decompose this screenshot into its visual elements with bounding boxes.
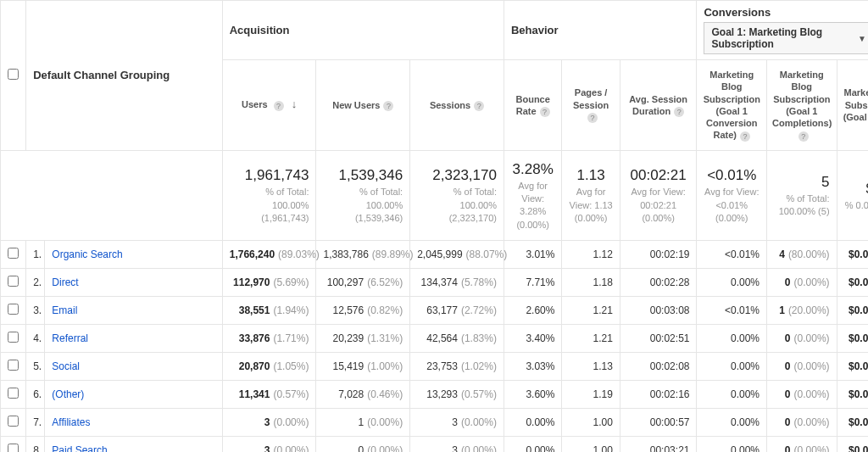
col-sessions[interactable]: Sessions? — [410, 60, 504, 151]
cell-users: 11,341(0.57%) — [222, 381, 316, 409]
cell-new-users: 7,028(0.46%) — [316, 381, 410, 409]
row-checkbox-cell — [1, 269, 26, 297]
channel-link[interactable]: (Other) — [52, 388, 84, 400]
dimension-label: Default Channel Grouping — [33, 69, 170, 81]
summary-sessions: 2,323,170% of Total: 100.00% (2,323,170) — [410, 150, 504, 240]
channel-link[interactable]: Direct — [52, 276, 78, 288]
table-row: 7.Affiliates3(0.00%)1(0.00%)3(0.00%)0.00… — [1, 409, 869, 437]
dimension-header[interactable]: Default Channel Grouping — [26, 1, 223, 151]
table-row: 8.Paid Search3(0.00%)0(0.00%)3(0.00%)0.0… — [1, 437, 869, 452]
col-pages[interactable]: Pages / Session? — [562, 60, 620, 151]
cell-bounce: 3.40% — [504, 325, 561, 353]
cell-duration: 00:03:08 — [620, 297, 697, 325]
cell-conv-rate: <0.01% — [697, 297, 767, 325]
help-icon[interactable]: ? — [383, 101, 393, 111]
channel-link[interactable]: Referral — [52, 332, 88, 344]
cell-duration: 00:02:19 — [620, 241, 697, 269]
cell-completions: 0(0.00%) — [767, 437, 837, 452]
cell-duration: 00:00:57 — [620, 409, 697, 437]
row-checkbox-cell — [1, 353, 26, 381]
cell-bounce: 2.60% — [504, 297, 561, 325]
row-checkbox-cell — [1, 297, 26, 325]
col-users[interactable]: Users ? ↓ — [222, 60, 316, 151]
goal-selector-label: Goal 1: Marketing Blog Subscription — [711, 26, 858, 50]
table-row: 4.Referral33,876(1.71%)20,239(1.31%)42,5… — [1, 325, 869, 353]
cell-duration: 00:03:21 — [620, 437, 697, 452]
cell-bounce: 0.00% — [504, 437, 561, 452]
row-checkbox[interactable] — [8, 444, 19, 452]
goal-selector[interactable]: Goal 1: Marketing Blog Subscription ▼ — [704, 22, 868, 54]
cell-completions: 0(0.00%) — [767, 325, 837, 353]
cell-duration: 00:02:08 — [620, 353, 697, 381]
cell-pages: 1.19 — [562, 381, 620, 409]
cell-conv-rate: 0.00% — [697, 437, 767, 452]
cell-value: $0.00 — [837, 409, 868, 437]
help-icon[interactable]: ? — [740, 131, 750, 142]
cell-new-users: 100,297(6.52%) — [316, 269, 410, 297]
help-icon[interactable]: ? — [474, 101, 484, 111]
row-index: 4. — [26, 325, 45, 353]
help-icon[interactable]: ? — [798, 131, 809, 142]
group-conversions: Conversions Goal 1: Marketing Blog Subsc… — [697, 1, 868, 60]
help-icon[interactable]: ? — [540, 107, 550, 117]
channel-link[interactable]: Social — [52, 360, 80, 372]
cell-conv-rate: 0.00% — [697, 381, 767, 409]
cell-duration: 00:02:16 — [620, 381, 697, 409]
cell-value: $0.00 — [837, 241, 868, 269]
cell-value: $0.00 — [837, 269, 868, 297]
cell-sessions: 23,753(1.02%) — [410, 353, 504, 381]
table-row: 1.Organic Search1,766,240(89.03%)1,383,7… — [1, 241, 869, 269]
cell-conv-rate: 0.00% — [697, 325, 767, 353]
col-completions[interactable]: Marketing Blog Subscription (Goal 1 Comp… — [767, 60, 837, 151]
row-checkbox[interactable] — [8, 360, 19, 371]
cell-completions: 0(0.00%) — [767, 353, 837, 381]
cell-conv-rate: 0.00% — [697, 409, 767, 437]
channel-cell: Organic Search — [45, 241, 222, 269]
cell-value: $0.00 — [837, 437, 868, 452]
help-icon[interactable]: ? — [587, 113, 598, 123]
cell-conv-rate: <0.01% — [697, 241, 767, 269]
help-icon[interactable]: ? — [274, 101, 284, 111]
row-index: 7. — [26, 409, 45, 437]
help-icon[interactable]: ? — [674, 107, 684, 117]
row-index: 3. — [26, 297, 45, 325]
row-index: 6. — [26, 381, 45, 409]
row-index: 1. — [26, 241, 45, 269]
summary-pages: 1.13Avg for View: 1.13 (0.00%) — [562, 150, 620, 240]
row-checkbox[interactable] — [8, 304, 19, 315]
row-checkbox[interactable] — [8, 332, 19, 343]
channel-link[interactable]: Paid Search — [52, 444, 107, 452]
group-conversions-label: Conversions — [704, 6, 771, 19]
col-new-users[interactable]: New Users? — [316, 60, 410, 151]
channel-link[interactable]: Organic Search — [52, 248, 122, 260]
channel-cell: (Other) — [45, 381, 222, 409]
row-index: 8. — [26, 437, 45, 452]
select-all-checkbox[interactable] — [8, 69, 19, 80]
row-checkbox-cell — [1, 241, 26, 269]
col-duration[interactable]: Avg. Session Duration? — [620, 60, 697, 151]
cell-users: 3(0.00%) — [222, 409, 316, 437]
cell-bounce: 3.03% — [504, 353, 561, 381]
row-checkbox[interactable] — [8, 248, 19, 259]
channel-cell: Referral — [45, 325, 222, 353]
col-bounce[interactable]: Bounce Rate? — [504, 60, 561, 151]
channel-cell: Affiliates — [45, 409, 222, 437]
cell-sessions: 2,045,999(88.07%) — [410, 241, 504, 269]
summary-new-users: 1,539,346% of Total: 100.00% (1,539,346) — [316, 150, 410, 240]
row-checkbox[interactable] — [8, 416, 19, 427]
row-checkbox[interactable] — [8, 276, 19, 287]
table-row: 5.Social20,870(1.05%)15,419(1.00%)23,753… — [1, 353, 869, 381]
row-checkbox-cell — [1, 409, 26, 437]
channel-link[interactable]: Email — [52, 304, 77, 316]
col-conv-rate[interactable]: Marketing Blog Subscription (Goal 1 Conv… — [697, 60, 767, 151]
sort-desc-icon: ↓ — [292, 98, 298, 110]
row-checkbox[interactable] — [8, 388, 19, 399]
cell-pages: 1.13 — [562, 353, 620, 381]
channel-link[interactable]: Affiliates — [52, 416, 90, 428]
cell-pages: 1.00 — [562, 409, 620, 437]
channel-cell: Paid Search — [45, 437, 222, 452]
cell-users: 33,876(1.71%) — [222, 325, 316, 353]
col-value[interactable]: Market Subsc (Goal 1 — [837, 60, 868, 151]
group-acquisition: Acquisition — [222, 1, 504, 60]
cell-value: $0.00 — [837, 381, 868, 409]
